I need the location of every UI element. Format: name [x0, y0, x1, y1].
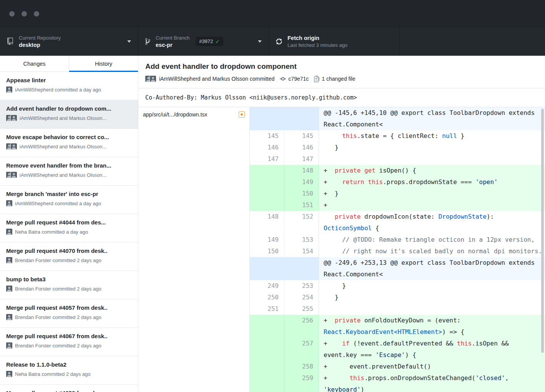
repository-selector[interactable]: Current Repository desktop: [0, 27, 138, 56]
old-line-number: 150: [250, 246, 284, 257]
commit-list-item[interactable]: bump to beta3 Brendan Forster committed …: [0, 271, 138, 299]
commit-avatars: [6, 314, 12, 320]
code-line: }: [319, 292, 545, 303]
commit-meta: Brendan Forster committed 2 days ago: [6, 286, 132, 292]
old-line-number: 148: [250, 211, 284, 234]
old-line-number: [250, 338, 284, 361]
minimize-button[interactable]: [22, 11, 27, 17]
commit-avatars: [6, 115, 17, 121]
commit-list-item[interactable]: Merge pull request #4058 from d... Neha …: [0, 385, 138, 392]
branch-text: Current Branch esc-pr: [156, 35, 189, 48]
commit-meta-text: Neha Batra committed a day ago: [15, 229, 88, 235]
diff-hunk-row: @@ -145,6 +145,10 @@ export class Toolba…: [250, 107, 545, 130]
diff-viewer: @@ -145,6 +145,10 @@ export class Toolba…: [250, 107, 545, 392]
commit-list-item[interactable]: Merge branch 'master' into esc-pr iAmWil…: [0, 186, 138, 214]
code-line: [319, 303, 545, 315]
commit-title: bump to beta3: [6, 276, 132, 282]
commit-avatars: [6, 257, 12, 263]
new-line-number: 154: [284, 246, 319, 257]
commit-meta-text: Brendan Forster committed 2 days ago: [15, 343, 101, 349]
commit-list-item[interactable]: Remove event handler from the bran... iA…: [0, 157, 138, 186]
commit-title: Merge pull request #4044 from des...: [6, 219, 132, 226]
new-line-number: 146: [284, 142, 319, 153]
new-line-number: 256: [284, 315, 319, 338]
diff-hunk-row: @@ -249,6 +253,13 @@ export class Toolba…: [250, 257, 545, 280]
file-path: app/src/ui/t.../dropdown.tsx: [143, 111, 236, 118]
commit-avatars: [6, 143, 17, 149]
commit-meta: Neha Batra committed 2 days ago: [6, 371, 132, 377]
commit-list-item[interactable]: Merge pull request #4070 from desk.. Bre…: [0, 243, 138, 271]
old-line-number: 250: [250, 292, 284, 303]
avatar: [11, 172, 17, 178]
commit-meta-text: Brendan Forster committed 2 days ago: [15, 286, 101, 292]
branch-selector[interactable]: Current Branch esc-pr #3972 ✓: [138, 27, 269, 56]
diff-line-row: 150+ }: [250, 188, 545, 199]
repository-label: Current Repository: [19, 35, 61, 41]
commit-avatars: [6, 286, 12, 292]
commit-list-item[interactable]: Merge pull request #4044 from des... Neh…: [0, 214, 138, 243]
zoom-button[interactable]: [34, 11, 39, 17]
commit-meta: iAmWillShepherd committed a day ago: [6, 86, 132, 93]
old-line-number: 149: [250, 234, 284, 246]
new-line-number: 152: [284, 211, 319, 234]
diff-line-row: 148152 private dropdownIcon(state: Dropd…: [250, 211, 545, 234]
commit-avatars: [6, 229, 12, 235]
fetch-origin-button[interactable]: Fetch origin Last fetched 3 minutes ago: [269, 27, 400, 56]
close-button[interactable]: [9, 11, 15, 17]
diff-gutter: [250, 107, 319, 130]
commit-byline: iAmWillShepherd and Markus Olsson commit…: [159, 76, 274, 82]
fetch-subtitle: Last fetched 3 minutes ago: [287, 42, 347, 48]
diff-line-row: 149153 // @TODO: Remake triangle octicon…: [250, 234, 545, 246]
commit-meta: iAmWillShepherd and Markus Olsson...: [6, 143, 132, 149]
sidebar: Changes History Appease linter iAmWillSh…: [0, 56, 138, 392]
branch-label: Current Branch: [156, 35, 189, 41]
old-line-number: [250, 165, 284, 176]
commit-list-item[interactable]: Add event handler to dropdown com... iAm…: [0, 100, 138, 129]
code-line: }: [319, 280, 545, 292]
avatar: [6, 286, 12, 292]
fetch-title: Fetch origin: [287, 35, 347, 41]
diff-file-icon: [314, 76, 319, 82]
tab-changes[interactable]: Changes: [0, 56, 69, 71]
diff-line-row: 146146 }: [250, 142, 545, 153]
commit-description: Co-Authored-By: Markus Olsson <niik@user…: [138, 88, 545, 107]
file-list-item[interactable]: app/src/ui/t.../dropdown.tsx: [138, 107, 249, 122]
diff-scrollbar[interactable]: [541, 109, 544, 353]
commit-list-item[interactable]: Release to 1.1.0-beta2 Neha Batra commit…: [0, 356, 138, 385]
avatar: [150, 76, 156, 82]
commit-meta: iAmWillShepherd committed a day ago: [6, 200, 132, 206]
titlebar: [0, 0, 545, 27]
code-line: +: [319, 199, 545, 211]
code-line: + private get isOpen() {: [319, 165, 545, 176]
modified-status-icon: [239, 111, 245, 118]
commit-sha[interactable]: c79e71c: [288, 76, 309, 82]
avatar: [6, 314, 12, 320]
files-changed[interactable]: 1 changed file: [322, 76, 355, 82]
commit-title: Merge pull request #4067 from desk..: [6, 333, 132, 339]
diff-gutter: [250, 257, 319, 280]
toolbar-spacer: [400, 27, 545, 56]
commit-detail-meta: iAmWillShepherd and Markus Olsson commit…: [145, 75, 537, 82]
pr-number: #3972: [199, 38, 213, 44]
avatar: [11, 143, 17, 149]
old-line-number: 147: [250, 153, 284, 165]
repo-icon: [7, 38, 13, 45]
diff-line-row: 256+ private onFoldoutKeyDown = (event: …: [250, 315, 545, 338]
commit-list-item[interactable]: Merge pull request #4067 from desk.. Bre…: [0, 328, 138, 356]
diff-line-row: 251255: [250, 303, 545, 315]
pr-badge[interactable]: #3972 ✓: [196, 37, 223, 46]
chevron-down-icon: [258, 40, 262, 43]
commit-list-item[interactable]: Merge pull request #4057 from desk.. Bre…: [0, 299, 138, 328]
code-line: // @TODO: Remake triangle octicon in a 1…: [319, 234, 545, 246]
diff-line-row: 258+ event.preventDefault(): [250, 361, 545, 372]
code-line: [319, 153, 545, 165]
commit-avatars: [6, 86, 12, 93]
new-line-number: 259: [284, 372, 319, 392]
avatar: [6, 257, 12, 263]
commit-meta: Brendan Forster committed 2 days ago: [6, 342, 132, 349]
new-line-number: 254: [284, 292, 319, 303]
commit-list-item[interactable]: Move escape behavior to correct co... iA…: [0, 129, 138, 157]
tab-history[interactable]: History: [69, 56, 138, 71]
commit-detail-title: Add event handler to dropdown component: [145, 62, 537, 71]
commit-list-item[interactable]: Appease linter iAmWillShepherd committed…: [0, 72, 138, 100]
